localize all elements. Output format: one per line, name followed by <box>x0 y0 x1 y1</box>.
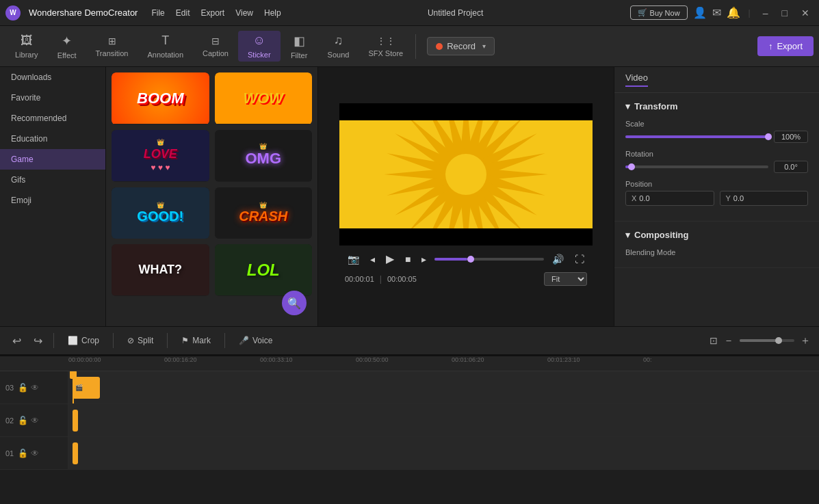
main-toolbar: 🖼 Library ✦ Effect ⊞ Transition T Annota… <box>0 26 819 67</box>
stop-button[interactable]: ■ <box>402 252 413 266</box>
time-current: 00:00:01 <box>345 275 374 283</box>
position-x-field[interactable]: X 0.0 <box>625 191 714 206</box>
track-lock-01[interactable]: 🔓 <box>18 449 28 458</box>
sticker-wow[interactable]: WOW WOW <box>215 72 313 124</box>
volume-button[interactable]: 🔊 <box>549 252 567 266</box>
minimize-button[interactable]: – <box>759 8 772 18</box>
menu-edit[interactable]: Edit <box>176 8 190 18</box>
scale-value[interactable]: 100% <box>774 131 808 143</box>
fit-timeline-icon[interactable]: ⊡ <box>710 335 718 346</box>
bell-icon[interactable]: 🔔 <box>727 6 740 19</box>
tool-annotation[interactable]: T Annotation <box>138 31 193 62</box>
user-icon[interactable]: 👤 <box>693 6 707 19</box>
timeline-zoom-controls: ⊡ － ＋ <box>710 334 811 348</box>
playback-progress[interactable] <box>434 258 544 261</box>
sticker-omg-label: OMG <box>215 181 313 182</box>
sticker-omg[interactable]: 👑 OMG OMG <box>215 130 313 182</box>
menu-help[interactable]: Help <box>264 8 281 18</box>
sticker-search-button[interactable]: 🔍 <box>282 291 307 315</box>
sticker-boom-label: BOOM <box>112 124 209 124</box>
sticker-good-label: GOOD <box>112 239 209 239</box>
zoom-thumb[interactable] <box>775 337 782 344</box>
menu-file[interactable]: File <box>151 8 164 18</box>
split-button[interactable]: ⊘ Split <box>120 333 160 348</box>
transform-header[interactable]: ▾ Transform <box>625 101 808 111</box>
zoom-slider[interactable] <box>740 339 794 342</box>
mark-button[interactable]: ⚑ Mark <box>174 333 218 348</box>
next-frame-button[interactable]: ▸ <box>419 252 429 266</box>
edit-toolbar: ↩ ↪ ⬜ Crop ⊘ Split ⚑ Mark 🎤 Voice ⊡ － ＋ <box>0 326 819 355</box>
sidebar-item-downloads[interactable]: Downloads <box>0 67 105 88</box>
sidebar-item-favorite[interactable]: Favorite <box>0 88 105 108</box>
ruler-marks: 00:00:00:00 00:00:16:20 00:00:33:10 00:0… <box>68 356 819 371</box>
buy-now-button[interactable]: 🛒 Buy Now <box>630 5 688 20</box>
progress-thumb[interactable] <box>467 256 474 263</box>
crop-button[interactable]: ⬜ Crop <box>61 333 106 348</box>
video-tab-button[interactable]: Video <box>625 72 648 87</box>
zoom-in-button[interactable]: ＋ <box>800 334 811 348</box>
tool-effect[interactable]: ✦ Effect <box>48 31 86 62</box>
close-button[interactable]: ✕ <box>797 8 814 18</box>
record-chevron-icon: ▾ <box>482 42 486 50</box>
screenshot-button[interactable]: 📷 <box>345 252 362 266</box>
tool-filter[interactable]: ◧ Filter <box>281 31 318 62</box>
sticker-love[interactable]: 👑 LOVE ♥ ♥ ♥ LOVE <box>112 130 209 182</box>
ruler-mark-2: 00:00:33:10 <box>260 356 293 363</box>
sticker-lol[interactable]: LOL LOL <box>215 244 313 296</box>
tool-library[interactable]: 🖼 Library <box>5 31 48 62</box>
rotation-thumb[interactable] <box>628 163 635 170</box>
sidebar-item-education[interactable]: Education <box>0 129 105 149</box>
tool-sfx[interactable]: ⋮⋮ SFX Store <box>359 33 413 60</box>
sticker-good[interactable]: 👑 GOOD! GOOD <box>112 187 209 239</box>
zoom-out-button[interactable]: － <box>723 334 734 348</box>
ruler-mark-4: 00:01:06:20 <box>452 356 484 363</box>
sfx-icon: ⋮⋮ <box>376 36 395 47</box>
tool-sticker[interactable]: ☺ Sticker <box>238 31 281 62</box>
titlebar: W Wondershare DemoCreator File Edit Expo… <box>0 0 819 26</box>
scale-thumb[interactable] <box>765 133 772 140</box>
rotation-value[interactable]: 0.0° <box>774 161 808 173</box>
sidebar-item-emoji[interactable]: Emoji <box>0 190 105 211</box>
track-clip-02[interactable] <box>73 410 78 432</box>
prev-frame-button[interactable]: ◂ <box>367 252 378 266</box>
sticker-boom[interactable]: BOOM BOOM <box>112 72 209 124</box>
svg-rect-26 <box>339 103 593 120</box>
sticker-crash[interactable]: 👑 CRASH CRASH <box>215 187 313 239</box>
menu-export[interactable]: Export <box>200 8 224 18</box>
track-eye-01[interactable]: 👁 <box>31 449 39 458</box>
sidebar-item-recommended[interactable]: Recommended <box>0 108 105 129</box>
tool-sound[interactable]: ♫ Sound <box>318 31 359 62</box>
maximize-button[interactable]: □ <box>778 8 792 18</box>
track-eye-02[interactable]: 👁 <box>31 416 39 425</box>
fullscreen-button[interactable]: ⛶ <box>572 252 587 266</box>
sticker-love-img: 👑 LOVE ♥ ♥ ♥ <box>112 130 209 181</box>
sidebar-item-gifs[interactable]: Gifs <box>0 170 105 190</box>
track-eye-03[interactable]: 👁 <box>31 383 39 393</box>
menu-view[interactable]: View <box>235 8 253 18</box>
export-button[interactable]: ↑ Export <box>757 36 814 56</box>
rotation-slider[interactable] <box>625 165 768 168</box>
redo-button[interactable]: ↪ <box>29 333 47 349</box>
mail-icon[interactable]: ✉ <box>712 6 721 19</box>
tool-transition[interactable]: ⊞ Transition <box>86 33 138 60</box>
sidebar-item-game[interactable]: Game <box>0 149 105 170</box>
position-label: Position <box>625 180 808 188</box>
sticker-what[interactable]: WHAT? WHAT? <box>112 244 209 296</box>
track-clip-01[interactable] <box>73 442 78 464</box>
voice-button[interactable]: 🎤 Voice <box>232 333 279 348</box>
track-lock-03[interactable]: 🔓 <box>18 383 28 393</box>
fit-select[interactable]: Fit Fill 100% <box>544 272 587 286</box>
compositing-header[interactable]: ▾ Compositing <box>625 230 808 240</box>
undo-button[interactable]: ↩ <box>8 333 25 349</box>
track-clip-03[interactable]: 🎬 <box>73 377 100 399</box>
transform-chevron-icon: ▾ <box>625 101 630 111</box>
record-button[interactable]: Record ▾ <box>427 37 495 55</box>
sticker-omg-img: 👑 OMG <box>215 130 313 181</box>
tool-caption[interactable]: ⊟ Caption <box>193 33 238 60</box>
ruler-mark-5: 00:01:23:10 <box>547 356 580 363</box>
play-button[interactable]: ▶ <box>383 251 397 267</box>
track-lock-02[interactable]: 🔓 <box>18 416 28 425</box>
position-y-field[interactable]: Y 0.0 <box>720 191 809 206</box>
scale-slider[interactable] <box>625 135 768 138</box>
project-title: Untitled Project <box>289 8 622 18</box>
